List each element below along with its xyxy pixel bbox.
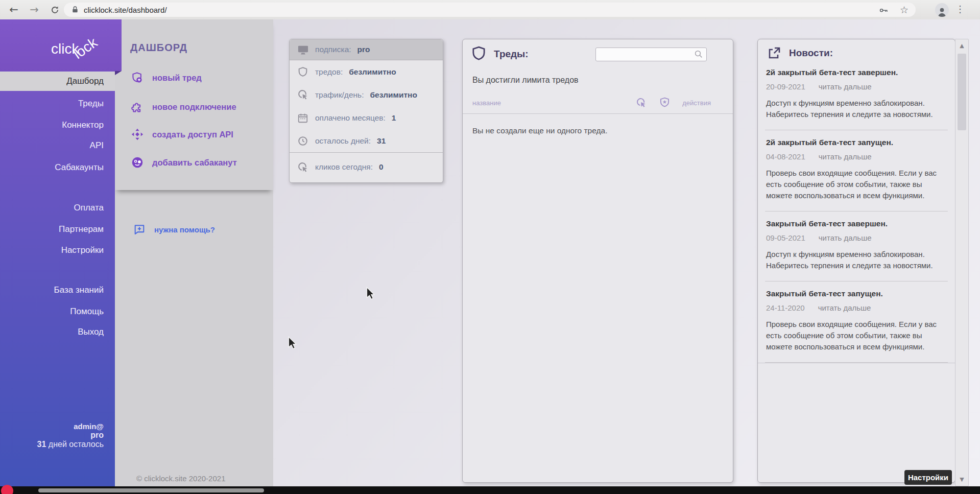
new-connection-button[interactable]: новое подключение	[131, 100, 236, 114]
key-icon[interactable]	[879, 5, 889, 15]
sidebar-item-settings[interactable]: Настройки	[0, 242, 115, 259]
sidebar-item-threads[interactable]: Треды	[0, 95, 115, 112]
row-label: кликов сегодня:	[315, 162, 373, 172]
read-more-link[interactable]: читать дальше	[819, 152, 872, 161]
shield-star-column-icon	[659, 97, 670, 108]
refresh-button[interactable]	[47, 2, 62, 17]
external-link-icon	[767, 46, 781, 60]
action-label: новый тред	[152, 73, 202, 83]
create-api-access-button[interactable]: создать доступ API	[131, 127, 233, 142]
news-panel: Новости: 2й закрытый бета-тест завершен.…	[757, 39, 955, 483]
progress-scrubber[interactable]	[38, 488, 264, 492]
clicks-today-row: кликов сегодня: 0	[290, 157, 443, 177]
settings-tooltip[interactable]: Настройки	[904, 470, 952, 485]
scroll-down-arrow[interactable]: ▼	[955, 476, 968, 483]
read-more-link[interactable]: читать дальше	[818, 303, 871, 312]
chat-plus-icon	[133, 223, 146, 236]
thread-search-input[interactable]	[599, 50, 694, 58]
browser-menu-icon[interactable]: ⋮	[955, 4, 965, 14]
help-label: нужна помощь?	[154, 225, 215, 234]
sidebar-item-logout[interactable]: Выход	[0, 323, 115, 341]
news-header: Новости:	[765, 46, 948, 60]
user-email: admin@	[37, 422, 104, 431]
paid-months-row: оплачено месяцев: 1	[290, 106, 443, 129]
sidebar-item-partners[interactable]: Партнерам	[0, 221, 115, 238]
row-value: 0	[379, 162, 384, 172]
search-icon	[694, 50, 703, 59]
new-thread-button[interactable]: новый тред	[131, 70, 202, 85]
read-more-link[interactable]: читать дальше	[819, 233, 872, 242]
news-item-body: Проверь свои входящие сообщения. Если у …	[766, 319, 947, 352]
news-item: 2й закрытый бета-тест завершен. 20-09-20…	[765, 60, 948, 130]
news-item-date: 20-09-2021	[766, 82, 805, 91]
copyright-footer: © clicklock.site 2020-2021	[136, 474, 225, 483]
bottom-bar	[0, 486, 980, 494]
sidebar-item-dashboard[interactable]: Дашборд	[0, 72, 115, 91]
clicks-today-section: кликов сегодня: 0	[290, 152, 443, 182]
refresh-icon	[50, 5, 60, 15]
sidebar-item-connector[interactable]: Коннектор	[0, 116, 115, 134]
logo[interactable]: click lock	[0, 19, 122, 71]
screen: ← → clicklock.site/dashboard/	[0, 0, 980, 494]
person-icon	[936, 6, 948, 17]
monitor-icon	[297, 44, 309, 56]
sidebar-item-api[interactable]: API	[0, 137, 115, 154]
subscription-card: подписка: pro тредов: безлимитно трафик/…	[289, 39, 443, 183]
news-item-title: 2й закрытый бета-тест запущен.	[766, 138, 947, 147]
scroll-up-arrow[interactable]: ▲	[955, 42, 968, 49]
row-value: 1	[392, 113, 396, 123]
row-label: оплачено месяцев:	[315, 113, 386, 123]
sidebar-item-payment[interactable]: Оплата	[0, 199, 115, 217]
scrollbar-thumb[interactable]	[958, 54, 966, 130]
news-item-date: 09-05-2021	[766, 233, 805, 242]
sidebar-item-knowledge-base[interactable]: База знаний	[0, 281, 115, 299]
recording-dot	[1, 485, 13, 494]
traffic-row: трафик/день: безлимитно	[290, 83, 443, 106]
column-name: название	[472, 99, 501, 107]
news-item: 2й закрытый бета-тест запущен. 04-08-202…	[765, 130, 948, 211]
news-item: Закрытый бета-тест запущен. 24-11-2020 ч…	[765, 281, 948, 363]
read-more-link[interactable]: читать дальше	[819, 82, 872, 91]
action-label: создать доступ API	[152, 130, 233, 139]
shield-icon	[297, 66, 309, 78]
click-column-icon	[636, 97, 647, 108]
column-actions: действия	[682, 99, 711, 107]
row-label: трафик/день:	[315, 90, 364, 100]
add-subaccount-button[interactable]: добавить сабаканут	[131, 155, 237, 170]
news-item-date: 04-08-2021	[766, 152, 805, 161]
sidebar-item-help[interactable]: Помощь	[0, 303, 115, 320]
news-divider	[758, 363, 955, 363]
clock-icon	[297, 135, 309, 147]
news-item-title: Закрытый бета-тест запущен.	[766, 289, 947, 298]
sidebar-item-subaccounts[interactable]: Сабакаунты	[0, 159, 115, 176]
back-button[interactable]: ←	[6, 2, 21, 17]
forward-button[interactable]: →	[27, 2, 42, 17]
threads-panel: Треды: Вы достигли лимита тредов названи…	[462, 39, 733, 483]
thread-limit-message: Вы достигли лимита тредов	[471, 76, 724, 85]
row-value: pro	[357, 45, 370, 54]
threads-header: Треды:	[471, 46, 724, 62]
threads-table-header: название действия	[471, 97, 724, 108]
shield-icon	[471, 46, 486, 62]
move-arrows-icon	[131, 127, 144, 142]
days-label: дней осталось	[49, 440, 104, 449]
bookmark-star-icon[interactable]: ☆	[900, 5, 909, 15]
shield-plus-icon	[131, 70, 144, 85]
logo-text-lock: lock	[70, 34, 101, 62]
threads-limit-row: тредов: безлимитно	[290, 60, 443, 83]
dashboard-menu-column: ДАШБОРД новый тред новое подключение	[115, 19, 273, 486]
address-bar[interactable]: clicklock.site/dashboard/ ☆	[64, 3, 916, 17]
puzzle-icon	[131, 100, 144, 114]
profile-avatar[interactable]	[935, 3, 949, 17]
click-icon	[297, 89, 309, 101]
need-help-link[interactable]: нужна помощь?	[133, 223, 215, 236]
news-item-body: Доступ к функциям временно заблокирован.…	[766, 249, 947, 271]
mouse-cursor	[366, 287, 377, 302]
face-icon	[131, 155, 144, 170]
browser-toolbar: ← → clicklock.site/dashboard/	[0, 0, 980, 19]
mouse-cursor	[288, 336, 299, 351]
page-scrollbar[interactable]: ▲ ▼	[955, 39, 969, 486]
thread-search[interactable]	[595, 48, 707, 61]
row-value: безлимитно	[370, 90, 417, 100]
page-title: ДАШБОРД	[130, 42, 187, 54]
